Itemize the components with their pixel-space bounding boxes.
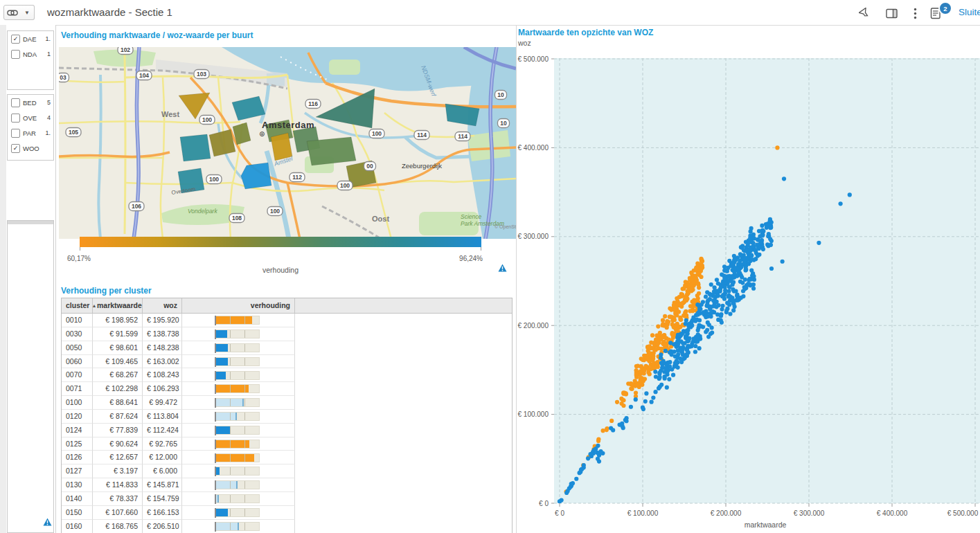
table-row[interactable]: 0140€ 78.337€ 154.759 — [62, 492, 512, 506]
road-shield: 112 — [289, 173, 305, 182]
woz-cell: € 99.472 — [143, 396, 182, 410]
checkbox-icon[interactable] — [11, 50, 20, 59]
buurt-region[interactable] — [307, 137, 356, 165]
filter-checkbox-item[interactable]: ✓DAE1. — [8, 31, 53, 46]
svg-text:114: 114 — [417, 132, 427, 138]
column-header-verhouding[interactable]: verhouding — [182, 298, 295, 313]
table-body: 0010€ 198.952€ 195.9200030€ 91.599€ 138.… — [62, 314, 512, 533]
kebab-menu-icon — [914, 8, 917, 19]
table-row[interactable]: 0127€ 3.197€ 6.000 — [62, 464, 512, 478]
road-shield: 114 — [414, 131, 429, 140]
road-shield: 106 — [129, 202, 144, 211]
table-row[interactable]: 0100€ 88.641€ 99.472 — [62, 396, 512, 410]
marktwaarde-cell: € 90.624 — [93, 437, 143, 451]
table-row[interactable]: 0125€ 90.624€ 92.765 — [62, 437, 512, 451]
filter-checkbox-item[interactable]: OVE4 — [8, 110, 53, 125]
marktwaarde-cell: € 77.839 — [93, 424, 143, 437]
road-shield: 100 — [267, 207, 283, 216]
verhouding-cell — [182, 368, 295, 382]
woz-cell: € 166.153 — [143, 506, 182, 520]
right-panel-toggle-button[interactable] — [884, 6, 899, 21]
road-shield: 105 — [66, 128, 81, 137]
filter-label: BED — [23, 99, 47, 107]
scatter-plot[interactable]: € 500.000€ 400.000€ 300.000€ 200.000€ 10… — [516, 25, 980, 533]
woz-cell: € 108.243 — [143, 368, 182, 382]
plot-area[interactable] — [554, 58, 980, 503]
filter-checkbox-item[interactable]: NDA1 — [8, 46, 53, 62]
svg-text:€ 300.000: € 300.000 — [518, 233, 549, 240]
filler-cell — [295, 382, 512, 396]
svg-text:105: 105 — [69, 129, 78, 136]
svg-text:€ 400.000: € 400.000 — [518, 144, 549, 152]
table-row[interactable]: 0071€ 102.298€ 106.293 — [62, 382, 512, 396]
checkbox-icon[interactable] — [11, 114, 20, 123]
cluster-cell: 0050 — [62, 341, 93, 355]
road-shield: 10 — [495, 91, 507, 100]
top-bar: ▼ wozmarktwaarde - Sectie 1 2 Sluiten — [0, 0, 980, 26]
table-row[interactable]: 0160€ 168.765€ 206.510 — [62, 520, 512, 533]
table-row[interactable]: 0050€ 98.601€ 148.238 — [62, 341, 512, 355]
legend-min-label: 60,17% — [67, 255, 91, 262]
svg-text:00: 00 — [366, 163, 373, 170]
checkbox-checked-icon[interactable]: ✓ — [11, 144, 20, 153]
column-header-woz[interactable]: woz — [143, 298, 182, 313]
verhouding-cell — [182, 314, 295, 327]
choropleth-map[interactable]: 1020310410311610101051001001141141121000… — [59, 47, 516, 239]
verhouding-bar — [215, 371, 260, 380]
close-report-link[interactable]: Sluiten — [959, 7, 980, 17]
marktwaarde-cell: € 114.833 — [93, 478, 143, 492]
table-row[interactable]: 0124€ 77.839€ 112.424 — [62, 424, 512, 437]
filter-label: OVE — [23, 114, 47, 122]
verhouding-bar — [215, 412, 260, 421]
warning-icon[interactable] — [43, 518, 52, 526]
filter-count: 5 — [47, 99, 51, 106]
table-row[interactable]: 0126€ 12.657€ 12.000 — [62, 451, 512, 464]
column-header-marktwaarde[interactable]: marktwaarde — [93, 298, 143, 313]
verhouding-bar — [215, 453, 260, 462]
table-row[interactable]: 0060€ 109.465€ 163.002 — [62, 355, 512, 369]
filler-cell — [295, 451, 512, 464]
table-row[interactable]: 0010€ 198.952€ 195.920 — [62, 314, 512, 327]
cluster-table: cluster▲marktwaardewozverhouding 0010€ 1… — [61, 298, 513, 533]
verhouding-cell — [182, 520, 295, 533]
link-button[interactable] — [3, 5, 21, 20]
marktwaarde-cell: € 198.952 — [93, 314, 143, 327]
filler-cell — [295, 437, 512, 451]
filter-checkbox-item[interactable]: ✓WOO — [8, 141, 53, 156]
map-label: Science — [461, 213, 482, 220]
filter-checkbox-item[interactable]: BED5 — [8, 95, 53, 110]
legend-max-label: 96,24% — [452, 255, 483, 262]
woz-cell: € 206.510 — [143, 520, 182, 533]
checkbox-icon[interactable] — [11, 98, 20, 107]
svg-text:€ 200.000: € 200.000 — [518, 322, 549, 329]
marktwaarde-cell: € 107.660 — [93, 506, 143, 520]
verhouding-cell — [182, 437, 295, 451]
filter-rail: ✓DAE1.NDA1 BED5OVE4PAR1.✓WOO — [0, 25, 56, 533]
checkbox-icon[interactable] — [11, 129, 20, 138]
svg-text:10: 10 — [500, 120, 507, 127]
table-header: cluster▲marktwaardewozverhouding — [62, 298, 512, 314]
table-row[interactable]: 0120€ 87.624€ 113.804 — [62, 410, 512, 424]
svg-text:116: 116 — [308, 100, 318, 107]
column-header-cluster[interactable]: cluster▲ — [62, 298, 93, 313]
checkbox-checked-icon[interactable]: ✓ — [11, 35, 20, 44]
map-label: Oost — [372, 215, 389, 223]
filter-label: WOO — [23, 145, 51, 152]
cluster-cell: 0140 — [62, 492, 93, 506]
filter-group-3-empty[interactable] — [7, 220, 54, 533]
table-row[interactable]: 0150€ 107.660€ 166.153 — [62, 506, 512, 520]
table-row[interactable]: 0070€ 68.267€ 108.243 — [62, 368, 512, 382]
filler-cell — [295, 478, 512, 492]
svg-text:104: 104 — [139, 72, 149, 79]
road-shield: 100 — [369, 129, 384, 138]
more-menu-button[interactable] — [907, 6, 923, 21]
warning-icon[interactable] — [498, 264, 507, 272]
woz-cell: € 112.424 — [143, 424, 182, 437]
filter-button[interactable] — [857, 6, 872, 21]
road-shield: 114 — [455, 132, 470, 141]
table-row[interactable]: 0130€ 114.833€ 145.871 — [62, 478, 512, 492]
filter-checkbox-item[interactable]: PAR1. — [8, 125, 53, 141]
table-row[interactable]: 0030€ 91.599€ 138.738 — [62, 327, 512, 341]
link-dropdown-button[interactable]: ▼ — [20, 5, 35, 20]
buurt-region[interactable] — [180, 134, 211, 161]
